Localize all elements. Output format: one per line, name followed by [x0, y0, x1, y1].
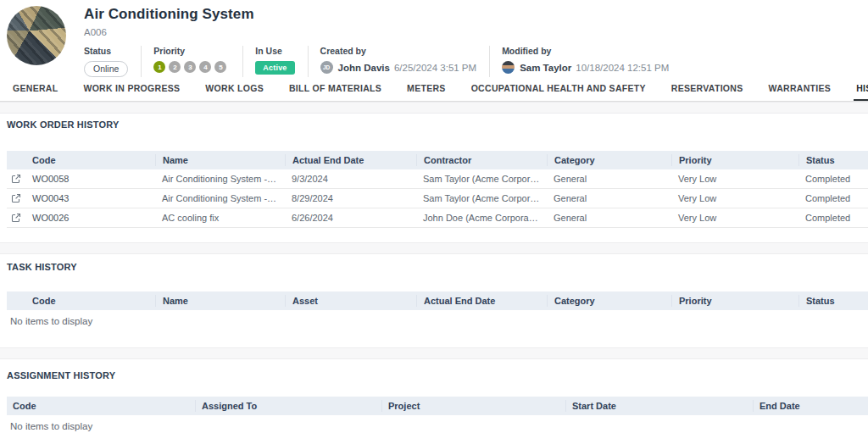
cell-name: Air Conditioning System - Mont... [155, 193, 285, 203]
cell-priority: Very Low [671, 174, 798, 184]
assignment-history-title: ASSIGNMENT HISTORY [7, 370, 868, 382]
column-header-priority: Priority [671, 154, 798, 166]
work-order-history-section: WORK ORDER HISTORY Code Name Actual End … [0, 119, 868, 242]
task-history-section: TASK HISTORY Code Name Asset Actual End … [0, 262, 868, 347]
cell-actual-end-date: 9/3/2024 [285, 174, 416, 184]
tab-reservations[interactable]: RESERVATIONS [659, 78, 756, 101]
in-use-badge: Active [255, 61, 294, 75]
priority-dot-2[interactable]: 2 [169, 61, 181, 73]
priority-dot-4[interactable]: 4 [199, 61, 211, 73]
column-header-project: Project [381, 400, 565, 412]
asset-photo [7, 6, 66, 65]
column-header-end-date: End Date [753, 400, 868, 412]
cell-code: WO0043 [25, 193, 155, 203]
icon-column-header [7, 295, 25, 307]
cell-actual-end-date: 8/29/2024 [285, 193, 416, 203]
column-header-code: Code [25, 154, 155, 166]
tab-history[interactable]: HISTORY [843, 78, 868, 101]
cell-category: General [547, 213, 671, 223]
cell-status: Completed [798, 193, 868, 203]
tab-meters[interactable]: METERS [394, 78, 459, 101]
tab-bar: GENERAL WORK IN PROGRESS WORK LOGS BILL … [0, 79, 868, 102]
task-history-table: Code Name Asset Actual End Date Category… [7, 291, 868, 310]
work-order-history-table: Code Name Actual End Date Contractor Cat… [7, 151, 868, 228]
cell-priority: Very Low [671, 213, 798, 223]
icon-column-header [7, 154, 25, 166]
cell-name: Air Conditioning System - Mont... [155, 174, 285, 184]
external-link-icon[interactable] [11, 174, 21, 184]
status-badge: Online [84, 61, 128, 77]
open-work-order-icon-cell [7, 174, 25, 184]
modified-datetime: 10/18/2024 12:51 PM [576, 63, 669, 73]
in-use-group: In Use Active [255, 46, 308, 77]
in-use-label: In Use [255, 46, 294, 56]
status-label: Status [84, 46, 128, 56]
empty-state-text: No items to display [10, 316, 868, 326]
modified-by-group: Modified by Sam Taylor 10/18/2024 12:51 … [502, 46, 682, 77]
cell-category: General [547, 174, 671, 184]
creator-avatar: JD [320, 61, 333, 74]
column-header-name: Name [155, 295, 285, 307]
table-row[interactable]: WO0058 Air Conditioning System - Mont...… [7, 169, 868, 189]
asset-meta-row: Status Online Priority 1 2 3 4 5 In Use [84, 46, 693, 77]
cell-name: AC cooling fix [155, 213, 285, 223]
cell-category: General [547, 193, 671, 203]
cell-status: Completed [798, 213, 868, 223]
priority-dot-1[interactable]: 1 [153, 61, 165, 73]
priority-dot-3[interactable]: 3 [184, 61, 196, 73]
column-header-category: Category [547, 295, 671, 307]
modifier-avatar [502, 61, 515, 74]
table-row[interactable]: WO0026 AC cooling fix 6/26/2024 John Doe… [7, 208, 868, 228]
column-header-start-date: Start Date [565, 400, 753, 412]
external-link-icon[interactable] [11, 193, 21, 203]
work-order-history-title: WORK ORDER HISTORY [7, 119, 868, 131]
modified-by-label: Modified by [502, 46, 669, 56]
table-header-row: Code Name Actual End Date Contractor Cat… [7, 151, 868, 169]
cell-code: WO0026 [25, 213, 155, 223]
tab-occupational-health-and-safety[interactable]: OCCUPATIONAL HEALTH AND SAFETY [459, 78, 659, 101]
created-by-label: Created by [320, 46, 477, 56]
open-work-order-icon-cell [7, 193, 25, 203]
column-header-priority: Priority [671, 295, 798, 307]
cell-contractor: Sam Taylor (Acme Corporation) [416, 174, 547, 184]
column-header-asset: Asset [285, 295, 416, 307]
column-header-code: Code [25, 295, 155, 307]
column-header-actual-end-date: Actual End Date [416, 295, 547, 307]
tab-warranties[interactable]: WARRANTIES [756, 78, 844, 101]
task-history-title: TASK HISTORY [7, 262, 868, 274]
cell-contractor: John Doe (Acme Corporation) [416, 213, 547, 223]
column-header-actual-end-date: Actual End Date [285, 154, 416, 166]
open-work-order-icon-cell [7, 213, 25, 223]
creator-name: John Davis [338, 63, 390, 73]
status-group: Status Online [84, 46, 142, 77]
asset-code: A006 [84, 27, 693, 37]
cell-contractor: Sam Taylor (Acme Corporation) [416, 193, 547, 203]
cell-priority: Very Low [671, 193, 798, 203]
column-header-status: Status [798, 295, 868, 307]
column-header-code: Code [7, 400, 195, 412]
priority-dot-5[interactable]: 5 [214, 61, 226, 73]
modifier-name: Sam Taylor [520, 63, 571, 73]
page-title: Air Conditioning System [84, 6, 693, 23]
column-header-category: Category [547, 154, 671, 166]
created-by-group: Created by JD John Davis 6/25/2024 3:51 … [320, 46, 491, 77]
column-header-status: Status [798, 154, 868, 166]
asset-header: Air Conditioning System A006 Status Onli… [0, 0, 868, 79]
external-link-icon[interactable] [11, 213, 21, 223]
tab-bill-of-materials[interactable]: BILL OF MATERIALS [276, 78, 394, 101]
section-divider [0, 242, 868, 254]
table-header-row: Code Name Asset Actual End Date Category… [7, 291, 868, 310]
priority-label: Priority [153, 46, 230, 56]
table-row[interactable]: WO0043 Air Conditioning System - Mont...… [7, 189, 868, 208]
assignment-history-table: Code Assigned To Project Start Date End … [7, 397, 868, 415]
tab-work-in-progress[interactable]: WORK IN PROGRESS [70, 78, 192, 101]
created-datetime: 6/25/2024 3:51 PM [394, 63, 476, 73]
tab-general[interactable]: GENERAL [0, 78, 70, 101]
cell-actual-end-date: 6/26/2024 [285, 213, 416, 223]
cell-status: Completed [798, 174, 868, 184]
section-divider [0, 347, 868, 359]
priority-group: Priority 1 2 3 4 5 [153, 46, 243, 77]
tab-work-logs[interactable]: WORK LOGS [192, 78, 276, 101]
column-header-contractor: Contractor [416, 154, 547, 166]
column-header-assigned-to: Assigned To [195, 400, 381, 412]
